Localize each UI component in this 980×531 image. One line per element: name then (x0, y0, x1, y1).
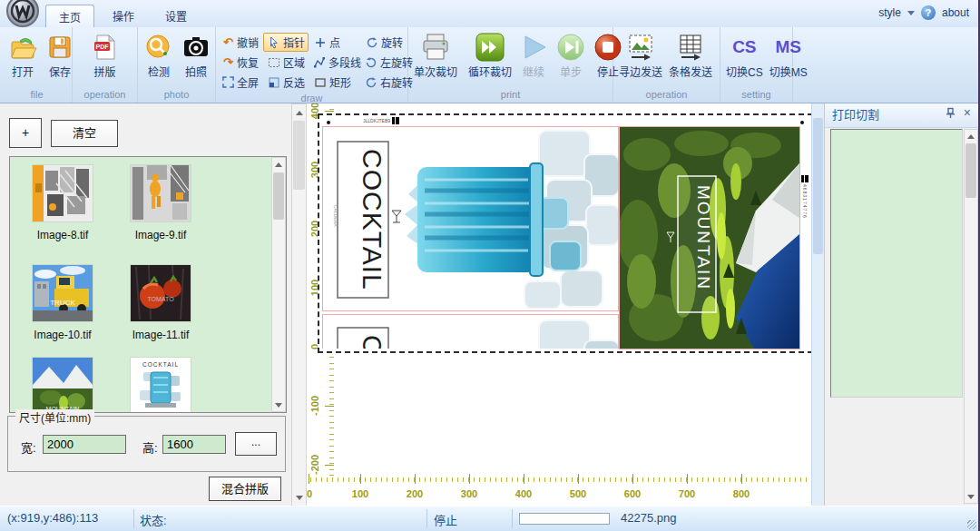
canvas-scrollbar[interactable] (811, 103, 824, 506)
thumbnail-mountain: MOUNTAIN (32, 357, 93, 413)
svg-text:PDF: PDF (95, 44, 109, 50)
detect-magnifier-icon (143, 32, 174, 63)
width-input[interactable] (43, 435, 126, 454)
pin-icon[interactable] (945, 107, 956, 119)
ribbon-tabs: 主页 操作 设置 (45, 5, 200, 27)
app-window: 主页 操作 设置 style ? about (0, 0, 980, 531)
progress-bar (519, 513, 610, 525)
open-button[interactable]: 打开 (5, 30, 41, 81)
h-ruler-label: 200 (397, 488, 433, 499)
right-panel-scrollbar[interactable] (964, 129, 978, 504)
list-item[interactable]: TOMATO Image-11.tif (108, 264, 213, 341)
size-group: 尺寸(单位:mm) 宽: 高: ... (7, 416, 286, 472)
work-area[interactable]: JLLDKJTEB9 4683174776 (318, 113, 813, 353)
thumbnail-label: Image-11.tif (108, 329, 213, 341)
list-item[interactable]: Image-8.tif (10, 164, 115, 241)
layout-canvas[interactable]: 400 300 200 100 0 -100 -200 0 100 200 30… (307, 103, 824, 506)
app-logo-icon[interactable] (4, 0, 42, 30)
rotate-left-button[interactable]: 左旋转 (361, 53, 410, 72)
tab-home[interactable]: 主页 (45, 5, 94, 27)
h-ruler-label: 800 (723, 488, 760, 499)
list-item[interactable]: MOUNTAIN (10, 357, 115, 413)
svg-text:TOMATO: TOMATO (147, 296, 174, 302)
h-ruler-label: 300 (451, 488, 487, 499)
print-cut-panel-header: 打印切割 × (825, 103, 978, 128)
point-crosshair-icon (313, 35, 327, 49)
group-draw: ↶ 撤销 ↷ 恢复 全屏 (216, 27, 408, 103)
tab-settings[interactable]: 设置 (152, 5, 200, 27)
rotate-icon (365, 35, 378, 49)
cut-job-list[interactable] (830, 129, 963, 398)
list-item[interactable]: Image-9.tif (108, 164, 213, 241)
svg-text:TRUCK: TRUCK (50, 299, 75, 307)
add-image-button[interactable]: + (9, 118, 42, 148)
thumbnail-list[interactable]: Image-8.tif Image-9.tif (9, 156, 287, 413)
point-tool-button[interactable]: 点 (309, 33, 360, 52)
h-ruler-label: 0 (307, 488, 328, 499)
edge-send-icon (625, 32, 656, 63)
title-bar: 主页 操作 设置 style ? about (0, 0, 978, 28)
qr-mark-icon (801, 175, 808, 182)
polyline-tool-button[interactable]: 多段线 (309, 53, 360, 72)
pointer-tool-button[interactable]: 指针 (263, 33, 309, 52)
group-label-file: file (2, 88, 72, 103)
thumbnail-image-9 (130, 164, 191, 222)
status-divider (426, 509, 427, 528)
capture-button[interactable]: 拍照 (178, 30, 214, 81)
help-icon[interactable]: ? (921, 5, 936, 20)
resume-button[interactable]: 继续 (515, 30, 552, 81)
redo-button[interactable]: ↷ 恢复 (219, 53, 262, 72)
rotate-button[interactable]: 旋转 (361, 33, 410, 52)
switch-cs-button[interactable]: CS 切换CS (723, 30, 766, 81)
left-panel-scrollbar[interactable] (291, 103, 307, 506)
grid-send-button[interactable]: 条格发送 (666, 30, 715, 81)
browse-size-button[interactable]: ... (235, 432, 277, 456)
region-select-icon (267, 55, 280, 69)
group-label-photo: photo (138, 88, 215, 103)
height-input[interactable] (162, 435, 226, 454)
pointer-cursor-icon (267, 35, 280, 49)
group-label-setting: setting (720, 88, 792, 103)
style-caret-icon[interactable] (907, 11, 915, 15)
placed-image-mountain[interactable]: MOUNTAIN (619, 126, 800, 349)
rectangle-icon (313, 75, 327, 89)
rotate-right-icon (365, 75, 377, 89)
invert-select-button[interactable]: 反选 (263, 73, 309, 92)
detect-button[interactable]: 检测 (141, 30, 177, 81)
print-cut-panel: 打印切割 × (824, 103, 978, 506)
thumbnail-list-scrollbar[interactable] (271, 157, 286, 412)
edge-send-button[interactable]: 寻边发送 (616, 30, 665, 81)
size-group-legend: 尺寸(单位:mm) (15, 409, 94, 425)
thumbnail-image-8 (32, 164, 93, 222)
rotate-right-button[interactable]: 右旋转 (361, 73, 410, 92)
machine-state: 停止 (434, 511, 457, 528)
undo-button[interactable]: ↶ 撤销 (219, 33, 262, 52)
loop-cut-icon (475, 32, 505, 63)
placed-image-cocktail-2[interactable]: COCKTAIL (322, 314, 619, 349)
image-library-panel: + 清空 Image-8.tif (0, 103, 307, 506)
list-item[interactable]: COCKTAIL (108, 357, 213, 413)
placed-image-cocktail[interactable]: COCKTAIL CALDERA (322, 126, 619, 311)
loop-cut-button[interactable]: 循环裁切 (466, 30, 514, 81)
mix-impose-button[interactable]: 混合拼版 (209, 477, 281, 501)
status-divider (133, 509, 134, 528)
single-cut-button[interactable]: 单次裁切 (411, 30, 460, 81)
height-label: 高: (142, 438, 158, 456)
list-item[interactable]: TRUCK Image-10.tif (10, 264, 115, 341)
tab-operation[interactable]: 操作 (100, 5, 147, 27)
style-menu[interactable]: style (878, 6, 901, 19)
thumbnail-image-10: TRUCK (32, 264, 93, 322)
region-tool-button[interactable]: 区域 (263, 53, 309, 72)
group-label-print: print (408, 88, 612, 103)
svg-text:COCKTAIL: COCKTAIL (142, 361, 179, 368)
fullscreen-button[interactable]: 全屏 (219, 73, 262, 92)
group-label-operation2: operation (613, 88, 720, 103)
step-button[interactable]: 单步 (553, 30, 589, 81)
clear-button[interactable]: 清空 (51, 120, 118, 147)
rectangle-tool-button[interactable]: 矩形 (309, 73, 360, 92)
close-icon[interactable]: × (964, 107, 971, 119)
resize-grip[interactable] (967, 520, 976, 529)
group-setting: CS 切换CS MS 切换MS setting (720, 27, 793, 103)
about-button[interactable]: about (942, 6, 969, 19)
impose-button[interactable]: PDF 拼版 (87, 30, 123, 81)
